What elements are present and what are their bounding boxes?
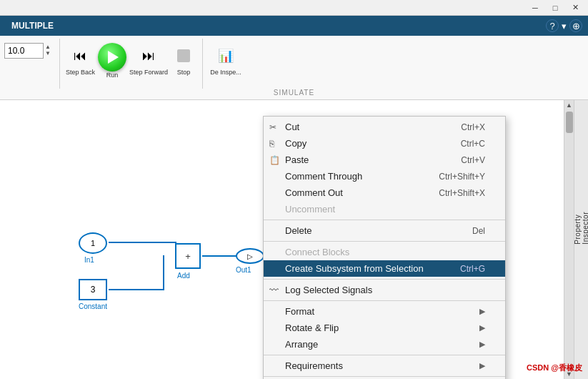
block-in1[interactable]: 1 — [79, 232, 107, 254]
vertical-scrollbar[interactable]: ▲ ▼ — [564, 100, 574, 379]
cm-delete[interactable]: Delete Del — [264, 222, 505, 239]
close-button[interactable]: ✕ — [565, 1, 585, 15]
wifi-icon: 〰 — [269, 285, 279, 295]
step-back-icon: ⏮ — [74, 49, 86, 64]
stop-button[interactable] — [171, 43, 196, 69]
cm-cut[interactable]: ✂ Cut Ctrl+X — [264, 119, 505, 135]
block-out1[interactable]: ▷ — [236, 248, 264, 264]
tab-multiple[interactable]: MULTIPLE — [0, 16, 65, 36]
time-input-group: ▲ ▼ — [4, 43, 51, 59]
run-label: Run — [106, 72, 119, 79]
tab-bar: MULTIPLE ? ▾ ⊕ — [0, 16, 588, 36]
cm-sep-6 — [264, 376, 505, 377]
cm-copy-label: Copy — [285, 138, 307, 149]
vscroll-thumb[interactable] — [566, 112, 573, 133]
cm-arrange-label: Arrange — [285, 339, 318, 350]
cm-sep-4 — [264, 300, 505, 301]
paste-icon: 📋 — [269, 155, 280, 165]
property-inspector-panel: Property Inspector — [574, 100, 588, 379]
step-forward-label: Step Forward — [129, 69, 168, 76]
cm-comment-through-label: Comment Through — [285, 171, 362, 182]
toolbar-separator-1 — [59, 39, 60, 89]
cm-copy[interactable]: ⎘ Copy Ctrl+C — [264, 135, 505, 152]
simulate-label: SIMULATE — [274, 89, 314, 97]
cm-create-subsystem-shortcut: Ctrl+G — [460, 264, 485, 274]
cm-uncomment-label: Uncomment — [285, 204, 335, 215]
wire-const-h — [109, 289, 164, 290]
cm-cut-shortcut: Ctrl+X — [461, 122, 485, 132]
cm-sep-5 — [264, 355, 505, 355]
time-input[interactable] — [4, 43, 44, 59]
cm-create-subsystem-label: Create Subsystem from Selection — [285, 263, 424, 274]
cm-comment-through[interactable]: Comment Through Ctrl+Shift+Y — [264, 168, 505, 184]
cm-format-label: Format — [285, 306, 314, 317]
main-area: 1 In1 3 Constant + Add ▷ Out1 ▲ ▼ — [0, 100, 588, 379]
cm-comment-through-shortcut: Ctrl+Shift+Y — [439, 172, 485, 182]
cm-arrange-arrow: ▶ — [479, 340, 485, 349]
cm-delete-shortcut: Del — [472, 226, 485, 236]
run-play-icon — [108, 51, 119, 64]
stop-label: Stop — [177, 69, 191, 76]
inspect-button[interactable]: 📊 — [209, 43, 243, 69]
minimize-button[interactable]: ─ — [525, 1, 545, 15]
cm-comment-out-label: Comment Out — [285, 187, 343, 198]
cm-sep-1 — [264, 220, 505, 220]
context-menu: ✂ Cut Ctrl+X ⎘ Copy Ctrl+C 📋 Paste Ctrl+… — [263, 116, 506, 379]
block-add-name: Add — [177, 272, 190, 280]
cm-rotate-flip[interactable]: Rotate & Flip ▶ — [264, 320, 505, 336]
watermark: CSDN @香橡皮 — [527, 363, 582, 373]
settings-icon[interactable]: ▾ — [562, 21, 567, 31]
maximize-button[interactable]: □ — [545, 1, 565, 15]
cm-log-signals-label: Log Selected Signals — [285, 285, 372, 295]
block-out1-value: ▷ — [247, 252, 253, 260]
cm-paste[interactable]: 📋 Paste Ctrl+V — [264, 152, 505, 168]
toolbar-separator-2 — [202, 39, 203, 89]
add-icon: + — [185, 251, 191, 262]
cm-requirements-label: Requirements — [285, 360, 343, 371]
help-icon[interactable]: ? — [546, 19, 559, 32]
cm-paste-label: Paste — [285, 154, 309, 165]
cm-format[interactable]: Format ▶ — [264, 303, 505, 320]
stop-icon — [177, 49, 190, 62]
step-forward-button[interactable]: ⏭ — [136, 43, 161, 69]
cm-requirements-arrow: ▶ — [479, 361, 485, 370]
block-constant[interactable]: 3 — [79, 279, 107, 300]
account-icon[interactable]: ⊕ — [569, 19, 582, 32]
cm-uncomment: Uncomment — [264, 201, 505, 217]
inspect-icon: 📊 — [218, 48, 234, 64]
time-arrows[interactable]: ▲ ▼ — [45, 44, 51, 57]
run-button[interactable] — [98, 43, 126, 72]
cm-comment-out[interactable]: Comment Out Ctrl+Shift+X — [264, 184, 505, 201]
cm-format-arrow: ▶ — [479, 307, 485, 316]
wire-const-v — [163, 255, 164, 290]
cut-icon: ✂ — [269, 122, 276, 132]
block-in1-name: In1 — [84, 256, 94, 264]
block-in1-value: 1 — [91, 239, 95, 247]
cm-create-subsystem[interactable]: Create Subsystem from Selection Ctrl+G — [264, 260, 505, 277]
cm-log-signals[interactable]: 〰 Log Selected Signals — [264, 282, 505, 298]
cm-sep-2 — [264, 241, 505, 242]
cm-connect-blocks-label: Connect Blocks — [285, 247, 349, 257]
step-back-button[interactable]: ⏮ — [67, 43, 93, 69]
cm-delete-label: Delete — [285, 225, 312, 236]
cm-connect-blocks: Connect Blocks — [264, 244, 505, 260]
cm-cut-label: Cut — [285, 122, 299, 132]
wire-in1-add — [109, 242, 176, 243]
block-add[interactable]: + — [175, 243, 201, 269]
cm-rotate-flip-label: Rotate & Flip — [285, 323, 339, 333]
toolbar: ▲ ▼ ⏮ Step Back Run ⏭ Step Forward Stop — [0, 36, 588, 100]
titlebar: ─ □ ✕ — [0, 0, 588, 16]
cm-paste-shortcut: Ctrl+V — [461, 155, 485, 165]
wire-add-out — [202, 255, 238, 257]
cm-arrange[interactable]: Arrange ▶ — [264, 336, 505, 353]
cm-copy-shortcut: Ctrl+C — [461, 139, 485, 149]
block-out1-name: Out1 — [236, 266, 251, 274]
step-forward-icon: ⏭ — [142, 49, 155, 64]
block-const-value: 3 — [91, 285, 96, 295]
step-back-label: Step Back — [66, 69, 95, 76]
time-down-arrow[interactable]: ▼ — [45, 51, 51, 57]
inspect-label: De Inspe... — [209, 69, 243, 76]
vscroll-up-arrow[interactable]: ▲ — [564, 100, 574, 110]
cm-comment-out-shortcut: Ctrl+Shift+X — [439, 188, 485, 198]
cm-requirements[interactable]: Requirements ▶ — [264, 358, 505, 374]
